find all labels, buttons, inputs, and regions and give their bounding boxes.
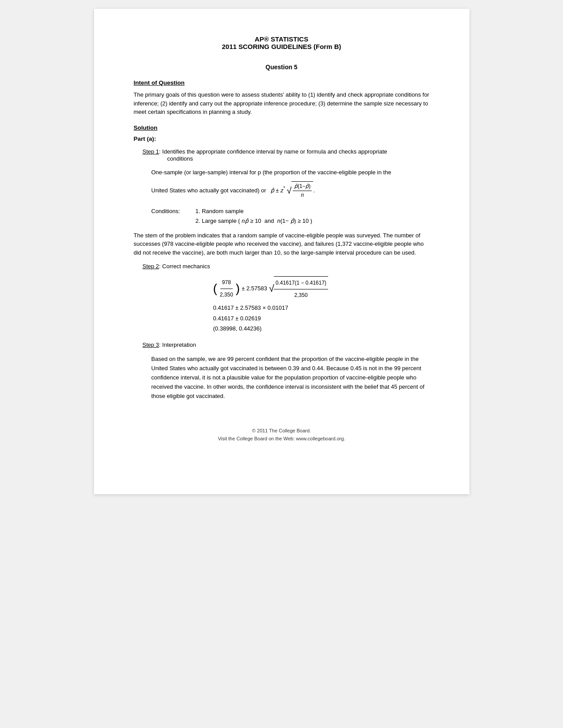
step1-label: Step 1	[143, 148, 159, 155]
step3-label: Step 3	[143, 341, 159, 348]
one-sample-desc: One-sample (or large-sample) interval fo…	[151, 168, 430, 177]
title-line2: 2011 SCORING GUIDELINES (Form B)	[134, 43, 430, 50]
calc-line-1: ( 978 2,350 ) ± 2.57583 √ 0.41617(1 − 0.…	[213, 276, 430, 301]
conditions-list: 1. Random sample 2. Large sample ( np̂ ≥…	[196, 206, 313, 226]
page: AP® STATISTICS 2011 SCORING GUIDELINES (…	[94, 9, 469, 494]
condition-1: 1. Random sample	[196, 206, 313, 216]
step1-continuation: conditions	[167, 155, 430, 162]
step3-container: Step 3: Interpretation	[143, 341, 430, 349]
question-number: Question 5	[134, 64, 430, 71]
sqrt-expr: √ 0.41617(1 − 0.41617) 2,350	[269, 276, 328, 301]
step3-text: : Interpretation	[159, 341, 196, 348]
part-a-heading: Part (a):	[134, 135, 430, 142]
conditions-table: Conditions: 1. Random sample 2. Large sa…	[151, 206, 430, 226]
random-text: The stem of the problem indicates that a…	[134, 231, 430, 257]
calc-line-3: 0.41617 ± 0.02619	[213, 313, 430, 323]
step2-text: : Correct mechanics	[159, 263, 210, 270]
fraction-978-2350: 978 2,350	[218, 277, 235, 300]
close-paren-1: )	[236, 282, 240, 295]
calc-line-4: (0.38998, 0.44236)	[213, 323, 430, 334]
formula-line: United States who actually got vaccinate…	[151, 181, 430, 200]
step2-label: Step 2	[143, 263, 159, 270]
formula-desc: United States who actually got vaccinate…	[151, 186, 266, 195]
intent-heading: Intent of Question	[134, 79, 430, 86]
footer-line1: © 2011 The College Board.	[134, 427, 430, 435]
step1-container: Step 1: Identifies the appropriate confi…	[143, 147, 430, 162]
step1-header: Step 1: Identifies the appropriate confi…	[143, 147, 430, 155]
calc-line-2: 0.41617 ± 2.57583 × 0.01017	[213, 303, 430, 313]
conditions-row: Conditions: 1. Random sample 2. Large sa…	[151, 206, 430, 226]
solution-heading: Solution	[134, 124, 430, 131]
step1-text: : Identifies the appropriate confidence …	[159, 148, 387, 155]
footer-line2: Visit the College Board on the Web: www.…	[134, 435, 430, 443]
open-paren-1: (	[213, 282, 217, 295]
intent-body: The primary goals of this question were …	[134, 90, 430, 116]
calculations-block: ( 978 2,350 ) ± 2.57583 √ 0.41617(1 − 0.…	[213, 276, 430, 334]
page-header: AP® STATISTICS 2011 SCORING GUIDELINES (…	[134, 35, 430, 50]
footer: © 2011 The College Board. Visit the Coll…	[134, 427, 430, 443]
conditions-label: Conditions:	[151, 206, 196, 226]
title-line1: AP® STATISTICS	[134, 35, 430, 43]
pm-sign-1: ± 2.57583	[242, 282, 267, 295]
formula-expression: p̂ ± z* √p̂(1−p̂)n .	[271, 181, 315, 200]
sqrt-fraction: 0.41617(1 − 0.41617) 2,350	[274, 276, 328, 301]
condition-2: 2. Large sample ( np̂ ≥ 10 and n(1− p̂) …	[196, 216, 313, 226]
interpretation-text: Based on the sample, we are 99 percent c…	[151, 355, 430, 401]
one-sample-line1: One-sample (or large-sample) interval fo…	[151, 169, 391, 176]
step2-container: Step 2: Correct mechanics	[143, 262, 430, 270]
